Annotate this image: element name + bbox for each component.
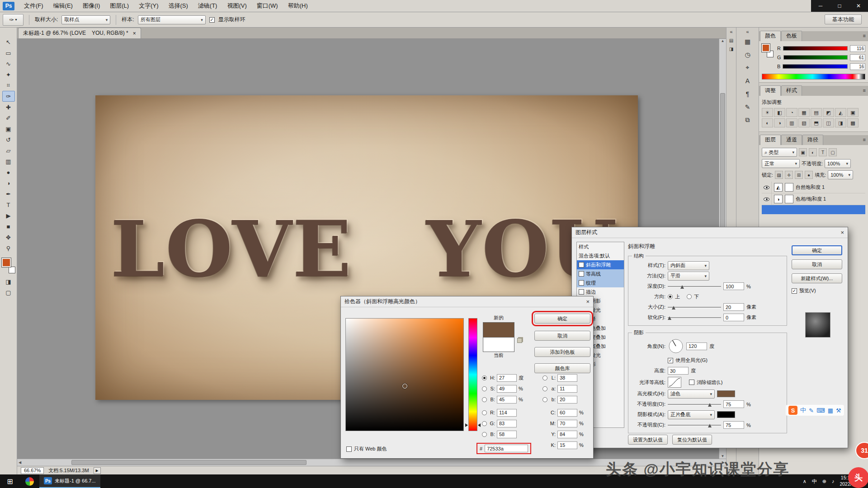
healing-brush-tool[interactable]: ✚ [2, 102, 15, 113]
bevel-style-select[interactable]: 内斜面 [668, 261, 709, 270]
posterize-adjustment-icon[interactable]: ⬒ [811, 118, 822, 127]
close-icon[interactable]: × [840, 229, 844, 236]
quick-mask-button[interactable]: ◨ [2, 276, 15, 287]
web-only-checkbox[interactable] [346, 446, 352, 452]
status-menu-arrow-icon[interactable]: ▶ [94, 467, 101, 474]
lookup-adjustment-icon[interactable]: ▥ [786, 118, 797, 127]
lock-pixels-icon[interactable]: ⊞ [795, 171, 803, 179]
info-panel-icon[interactable]: ⌖ [740, 61, 755, 74]
black-field[interactable]: 15 [557, 441, 577, 449]
zoom-level-field[interactable]: 66.67% [21, 467, 44, 474]
hex-field[interactable]: 72533a [485, 445, 528, 452]
soften-slider[interactable] [668, 315, 721, 320]
clone-source-panel-icon[interactable]: ⧉ [740, 114, 755, 126]
red-slider[interactable] [783, 46, 848, 51]
sogou-logo-icon[interactable]: S [788, 406, 797, 415]
fill-field[interactable]: 100% [828, 170, 853, 179]
tray-ime-icon[interactable]: 中 [812, 478, 817, 485]
highlight-mode-select[interactable]: 滤色 [668, 389, 715, 399]
show-sampling-ring-checkbox[interactable] [209, 17, 215, 23]
highlight-opacity-field[interactable]: 75 [723, 400, 744, 408]
menu-layer[interactable]: 图层(L) [105, 0, 134, 12]
vertical-scroll-thumb[interactable] [720, 93, 725, 229]
close-button[interactable]: ✕ [849, 0, 868, 12]
eyedropper-tool[interactable]: ✑ [2, 91, 15, 102]
layer-row[interactable]: ◑ 色相/饱和度 1 [762, 193, 865, 205]
blue-value-field[interactable]: 16 [850, 63, 865, 70]
list-item-stroke[interactable]: 描边 [577, 287, 624, 296]
angle-dial[interactable] [668, 338, 684, 354]
color-spectrum-ramp[interactable] [762, 74, 865, 80]
brightness-radio[interactable] [482, 397, 487, 402]
altitude-field[interactable]: 30 [668, 367, 689, 375]
screen-mode-button[interactable]: ▢ [2, 287, 15, 298]
panel-menu-icon[interactable]: ≡ [863, 33, 866, 38]
threshold-adjustment-icon[interactable]: ◫ [823, 118, 834, 127]
tray-volume-icon[interactable]: ♪ [832, 479, 835, 484]
hand-tool[interactable]: ✥ [2, 232, 15, 243]
lasso-tool[interactable]: ∿ [2, 58, 15, 69]
blue-radio[interactable] [482, 432, 487, 437]
document-tab-close-icon[interactable]: × [133, 30, 136, 37]
lab-l-radio[interactable] [542, 375, 547, 380]
layer-mask-thumbnail[interactable] [785, 195, 793, 203]
history-brush-tool[interactable]: ↺ [2, 134, 15, 145]
highlight-color-swatch[interactable] [717, 390, 735, 397]
list-item-blending-options[interactable]: 混合选项:默认 [577, 251, 624, 260]
reset-default-button[interactable]: 复位为默认值 [672, 435, 712, 445]
list-item-contour[interactable]: 等高线 [577, 269, 624, 278]
color-libraries-button[interactable]: 颜色库 [534, 363, 590, 373]
lock-position-icon[interactable]: ✛ [785, 171, 793, 179]
vibrance-adjustment-icon[interactable]: ▤ [811, 108, 822, 117]
tab-styles[interactable]: 样式 [781, 85, 802, 96]
layer-row[interactable]: ◭ 自然饱和度 1 [762, 182, 865, 193]
menu-type[interactable]: 文字(Y) [134, 0, 163, 12]
shadow-opacity-field[interactable]: 75 [723, 421, 744, 429]
clone-stamp-tool[interactable]: ▣ [2, 123, 15, 134]
red-radio[interactable] [482, 410, 487, 415]
green-radio[interactable] [482, 421, 487, 426]
depth-field[interactable]: 100 [723, 282, 744, 290]
tab-swatches[interactable]: 色板 [781, 31, 802, 41]
saturation-field[interactable]: 49 [497, 385, 517, 393]
ime-keyboard-icon[interactable]: ⌨ [816, 407, 825, 414]
paragraph-panel-icon[interactable]: ¶ [740, 88, 755, 100]
background-color-swatch[interactable] [9, 267, 15, 273]
foreground-color-swatch[interactable] [2, 258, 11, 267]
selected-layer-row[interactable] [762, 205, 865, 214]
tray-network-icon[interactable]: ⊕ [822, 479, 826, 484]
photo-filter-adjustment-icon[interactable]: ◐ [762, 118, 773, 127]
layer-name[interactable]: 自然饱和度 1 [796, 184, 825, 191]
ime-chinese-icon[interactable]: 中 [800, 406, 806, 414]
ok-button[interactable]: 确定 [792, 245, 842, 255]
layer-mask-thumbnail[interactable] [785, 183, 793, 192]
tab-adjustments[interactable]: 调整 [760, 85, 781, 96]
angle-field[interactable]: 120 [686, 343, 707, 350]
channel-mixer-adjustment-icon[interactable]: ◑ [774, 118, 785, 127]
black-white-adjustment-icon[interactable]: ▣ [847, 108, 859, 117]
size-slider[interactable] [668, 305, 721, 310]
red-field[interactable]: 114 [497, 409, 517, 417]
blue-field[interactable]: 58 [497, 431, 517, 438]
new-style-button[interactable]: 新建样式(W)... [792, 273, 842, 283]
ime-pen-icon[interactable]: ✎ [809, 407, 814, 414]
brush-tool[interactable]: ✐ [2, 113, 15, 123]
dock-panel-icon[interactable]: ▤ [729, 38, 733, 43]
quick-select-tool[interactable]: ✦ [2, 69, 15, 80]
lock-all-icon[interactable]: ● [805, 171, 813, 179]
lab-a-field[interactable]: 11 [557, 385, 577, 393]
zoom-tool[interactable]: ⚲ [2, 243, 15, 253]
shadow-opacity-slider[interactable] [668, 422, 721, 428]
hue-adjustment-icon[interactable]: ◩ [823, 108, 834, 117]
visibility-toggle[interactable] [762, 193, 772, 205]
menu-window[interactable]: 窗口(W) [252, 0, 283, 12]
opacity-field[interactable]: 100% [825, 159, 851, 168]
current-color-swatch[interactable] [483, 337, 514, 352]
brightness-field[interactable]: 45 [497, 396, 517, 404]
filter-type-layers-icon[interactable]: T [819, 148, 827, 156]
eraser-tool[interactable]: ▱ [2, 145, 15, 156]
tab-paths[interactable]: 路径 [802, 135, 823, 145]
visibility-toggle[interactable] [762, 182, 772, 193]
menu-edit[interactable]: 编辑(E) [48, 0, 78, 12]
lab-l-field[interactable]: 38 [557, 374, 577, 382]
